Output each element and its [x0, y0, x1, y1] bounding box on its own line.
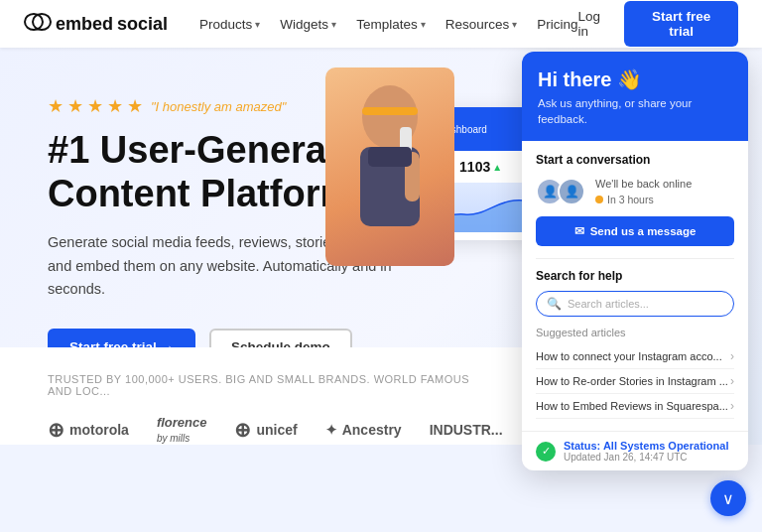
- agent-status: In 3 hours: [595, 193, 692, 207]
- status-label: Status: All Systems Operational: [564, 440, 728, 452]
- send-btn-label: Send us a message: [590, 225, 697, 237]
- chat-header: Hi there 👋 Ask us anything, or share you…: [522, 52, 748, 141]
- chat-body: Start a conversation 👤 👤 We'll be back o…: [522, 141, 748, 431]
- chat-footer: ✓ Status: All Systems Operational Update…: [522, 431, 748, 470]
- star-1: ★: [48, 95, 64, 117]
- agent-info: We'll be back online In 3 hours: [595, 177, 692, 206]
- article-row-2[interactable]: How to Re-order Stories in Instagram ...…: [536, 369, 734, 394]
- article-text-1: How to connect your Instagram acco...: [536, 350, 730, 362]
- chevron-icon: ▾: [512, 19, 517, 30]
- nav-products[interactable]: Products ▾: [199, 17, 260, 32]
- status-info: Status: All Systems Operational Updated …: [564, 440, 728, 463]
- logo-icon: [24, 13, 52, 36]
- stat-2-value: 1103 ▲: [459, 159, 502, 175]
- start-conv-title: Start a conversation: [536, 153, 734, 167]
- article-text-2: How to Re-order Stories in Instagram ...: [536, 375, 730, 387]
- agent-avatar-2: 👤: [558, 178, 585, 205]
- search-placeholder: Search articles...: [568, 298, 723, 310]
- brand-industrius: INDUSTR...: [430, 422, 503, 438]
- hero-title-line2: Content Platform: [48, 173, 353, 214]
- navbar: embedsocial Products ▾ Widgets ▾ Templat…: [0, 0, 762, 48]
- nav-templates[interactable]: Templates ▾: [356, 17, 426, 32]
- brand-ancestry: ✦ Ancestry: [325, 422, 402, 438]
- chevron-icon: ▾: [255, 19, 260, 30]
- suggested-articles-title: Suggested articles: [536, 327, 734, 338]
- agent-time: In 3 hours: [607, 193, 654, 207]
- send-message-button[interactable]: ✉ Send us a message: [536, 216, 734, 246]
- florence-label: florenceby mills: [157, 415, 207, 445]
- brand-motorola: ⊕ motorola: [48, 418, 129, 442]
- login-link[interactable]: Log in: [577, 9, 610, 39]
- brand-logos: ⊕ motorola florenceby mills ⊕ unicef ✦ A…: [0, 415, 524, 445]
- brand-logo[interactable]: embedsocial: [24, 13, 168, 36]
- chevron-down-icon: ∨: [722, 489, 734, 508]
- stat-2: 1103 ▲: [459, 159, 502, 175]
- status-check-icon: ✓: [536, 442, 556, 462]
- person-silhouette: [325, 67, 454, 266]
- review-text: "I honestly am amazed": [151, 99, 286, 114]
- stat-2-number: 1103: [459, 159, 490, 175]
- divider: [536, 258, 734, 259]
- article-row-3[interactable]: How to Embed Reviews in Squarespa... ›: [536, 394, 734, 419]
- trusted-label: TRUSTED BY 100,000+ USERS. BIG AND SMALL…: [0, 373, 524, 397]
- status-dot-orange: [595, 196, 603, 203]
- article-row-1[interactable]: How to connect your Instagram acco... ›: [536, 344, 734, 369]
- star-2: ★: [67, 95, 83, 117]
- star-4: ★: [107, 95, 123, 117]
- envelope-icon: ✉: [574, 224, 584, 238]
- nav-resources[interactable]: Resources ▾: [445, 17, 518, 32]
- chat-subtitle: Ask us anything, or share your feedback.: [538, 95, 732, 127]
- motorola-icon: ⊕: [48, 418, 64, 442]
- chat-greeting-text: Hi there: [538, 68, 611, 91]
- unicef-icon: ⊕: [234, 418, 251, 442]
- brand-florence: florenceby mills: [157, 415, 207, 445]
- wave-emoji: 👋: [617, 67, 642, 91]
- chevron-icon: ▾: [331, 19, 336, 30]
- nav-cta-button[interactable]: Start free trial: [624, 1, 738, 47]
- nav-pricing[interactable]: Pricing: [537, 17, 577, 32]
- brand-name: embed: [56, 14, 113, 35]
- article-chevron-3: ›: [730, 399, 734, 413]
- status-updated: Updated Jan 26, 14:47 UTC: [564, 452, 728, 463]
- brand-unicef: ⊕ unicef: [234, 418, 297, 442]
- industrius-label: INDUSTR...: [430, 422, 503, 438]
- article-text-3: How to Embed Reviews in Squarespa...: [536, 400, 730, 412]
- nav-links: Products ▾ Widgets ▾ Templates ▾ Resourc…: [199, 17, 577, 32]
- nav-widgets[interactable]: Widgets ▾: [280, 17, 336, 32]
- agent-avatars: 👤 👤: [536, 178, 585, 205]
- scroll-down-button[interactable]: ∨: [710, 480, 746, 516]
- agent-row: 👤 👤 We'll be back online In 3 hours: [536, 177, 734, 206]
- stat-2-up: ▲: [492, 162, 502, 173]
- ancestry-icon: ✦: [325, 422, 337, 438]
- ancestry-label: Ancestry: [342, 422, 402, 438]
- article-chevron-2: ›: [730, 374, 734, 388]
- agent-status-label: We'll be back online: [595, 177, 692, 192]
- search-box[interactable]: 🔍 Search articles...: [536, 291, 734, 317]
- svg-rect-3: [362, 107, 418, 115]
- trusted-section: TRUSTED BY 100,000+ USERS. BIG AND SMALL…: [0, 347, 524, 445]
- motorola-label: motorola: [69, 422, 129, 438]
- hero-person-image: [325, 67, 454, 266]
- chevron-icon: ▾: [421, 19, 426, 30]
- star-3: ★: [87, 95, 103, 117]
- nav-actions: Log in Start free trial: [577, 1, 738, 47]
- search-title: Search for help: [536, 269, 734, 283]
- search-icon: 🔍: [547, 297, 562, 311]
- article-chevron-1: ›: [730, 349, 734, 363]
- brand-name-suffix: social: [117, 14, 168, 35]
- star-5: ★: [127, 95, 143, 117]
- unicef-label: unicef: [256, 422, 297, 438]
- svg-rect-7: [368, 147, 412, 167]
- chat-widget: Hi there 👋 Ask us anything, or share you…: [522, 52, 748, 470]
- chat-greeting: Hi there 👋: [538, 67, 732, 91]
